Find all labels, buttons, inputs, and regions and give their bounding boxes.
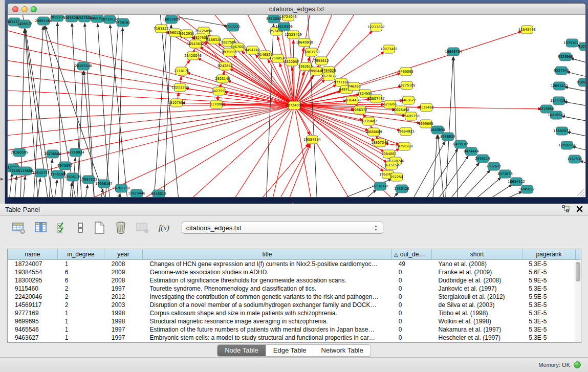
citation-edge[interactable] xyxy=(154,15,169,198)
column-header-in_degree[interactable]: in_degree xyxy=(58,249,104,259)
graph-node-6822057[interactable]: 6822057 xyxy=(284,58,299,66)
citation-edge[interactable] xyxy=(110,25,128,198)
scrollbar-thumb[interactable] xyxy=(576,262,580,281)
graph-node-9463627[interactable]: 9463627 xyxy=(401,96,416,104)
graph-node-13505135[interactable]: 13505135 xyxy=(64,173,81,181)
citation-edge-red[interactable] xyxy=(198,58,294,105)
graph-node-12217897[interactable]: 12217897 xyxy=(367,23,385,31)
column-header-short[interactable]: short xyxy=(432,249,522,259)
graph-node-17957223[interactable]: 17957223 xyxy=(80,176,97,184)
column-header-title[interactable]: title xyxy=(143,249,392,259)
table-row[interactable]: 1938455462009Genome-wide association stu… xyxy=(8,268,575,276)
window-zoom-button[interactable] xyxy=(31,6,37,12)
graph-node-1615152[interactable]: 1615152 xyxy=(384,161,399,169)
tab-network-table[interactable]: Network Table xyxy=(314,345,371,356)
window-minimize-button[interactable] xyxy=(21,6,28,12)
column-header-name[interactable]: name xyxy=(8,249,58,259)
graph-node-1621072[interactable]: 1621072 xyxy=(321,72,336,80)
graph-node-8938924[interactable]: 8938924 xyxy=(440,133,455,141)
graph-node-19958167[interactable]: 19958167 xyxy=(95,180,113,188)
citation-edge[interactable] xyxy=(457,170,490,198)
graph-node-9106082[interactable]: 9106082 xyxy=(577,78,585,86)
graph-node-746266[interactable]: 746266 xyxy=(347,82,360,91)
graph-node-9474444[interactable]: 9474444 xyxy=(464,147,478,156)
citation-edge[interactable] xyxy=(409,141,445,198)
graph-node-9245052[interactable]: 9245052 xyxy=(519,185,534,193)
graph-node-19384554[interactable]: 19384554 xyxy=(303,136,321,144)
show-column-button[interactable] xyxy=(34,221,48,235)
citation-edge-red[interactable] xyxy=(8,105,294,121)
close-panel-button[interactable] xyxy=(576,206,583,212)
citation-edge[interactable] xyxy=(491,191,522,198)
citation-edge[interactable] xyxy=(358,190,376,198)
row-height-button[interactable] xyxy=(76,221,85,235)
column-header-pagerank[interactable]: pagerank xyxy=(522,249,576,259)
graph-node-15724046[interactable]: 15724046 xyxy=(279,15,297,21)
network-window[interactable]: citations_edges.txt 18724007157240461252… xyxy=(7,3,586,198)
graph-node-9699695[interactable]: 9699695 xyxy=(418,120,433,128)
citation-edge-red[interactable] xyxy=(8,105,294,136)
graph-node-18775105[interactable]: 18775105 xyxy=(398,81,416,90)
citation-edge[interactable] xyxy=(445,163,480,198)
graph-node-252254[interactable]: 252254 xyxy=(390,173,403,181)
graph-node-2803144[interactable]: 2803144 xyxy=(215,75,230,83)
graph-node-10973493[interactable]: 10973493 xyxy=(380,45,398,53)
tab-node-table[interactable]: Node Table xyxy=(217,345,266,356)
graph-node-19654923[interactable]: 19654923 xyxy=(397,127,415,136)
graph-node-12093832[interactable]: 12093832 xyxy=(551,82,568,90)
graph-node-7163822[interactable]: 7163822 xyxy=(154,25,168,33)
citation-edge-red[interactable] xyxy=(230,105,294,198)
citation-edge[interactable] xyxy=(118,28,123,198)
graph-node-2935114[interactable]: 2935114 xyxy=(475,155,490,163)
graph-node-9329966[interactable]: 9329966 xyxy=(558,53,573,61)
citation-edge-red[interactable] xyxy=(256,144,309,198)
graph-node-8186328[interactable]: 8186328 xyxy=(206,36,221,44)
citation-edge-red[interactable] xyxy=(276,144,310,198)
graph-node-16033809[interactable]: 16033809 xyxy=(163,15,180,24)
graph-node-1167533[interactable]: 1167533 xyxy=(567,155,582,163)
citation-edge[interactable] xyxy=(72,23,82,198)
citation-edge[interactable] xyxy=(85,23,95,198)
graph-node-12213389[interactable]: 12213389 xyxy=(171,83,189,92)
graph-node-7632621[interactable]: 7632621 xyxy=(486,162,501,170)
graph-node-1115686[interactable]: 1115686 xyxy=(18,167,33,175)
network-window-titlebar[interactable]: citations_edges.txt xyxy=(8,4,585,15)
memory-status-indicator[interactable] xyxy=(574,361,581,368)
graph-node-10654112[interactable]: 10654112 xyxy=(508,178,525,186)
column-header-out_degree[interactable]: △out_de… xyxy=(392,249,432,259)
graph-node-1145194[interactable]: 1145194 xyxy=(50,170,65,179)
window-close-button[interactable] xyxy=(12,6,18,12)
graph-node-6479197[interactable]: 6479197 xyxy=(453,140,468,148)
table-row[interactable]: 946362711997Embryonic stem cells: a mode… xyxy=(8,334,575,342)
table-vertical-scrollbar[interactable] xyxy=(575,260,581,342)
graph-node-18107554[interactable]: 18107554 xyxy=(168,99,185,107)
citation-edge-red[interactable] xyxy=(294,105,353,198)
citation-edge[interactable] xyxy=(98,24,110,198)
window-resize-grip[interactable] xyxy=(577,189,584,196)
select-columns-button[interactable] xyxy=(55,221,69,235)
table-mode-button[interactable] xyxy=(11,221,27,235)
graph-node-7955812[interactable]: 7955812 xyxy=(314,57,329,65)
graph-node-20153346[interactable]: 20153346 xyxy=(75,62,92,70)
citation-edge[interactable] xyxy=(567,72,585,78)
control-panel-collapsed-strip[interactable]: ▶ xyxy=(0,0,5,204)
graph-node-12325419[interactable]: 12325419 xyxy=(285,31,302,39)
new-column-button[interactable] xyxy=(92,220,106,235)
citation-edge[interactable] xyxy=(69,182,72,198)
table-row[interactable]: 1456911722003Disruption of a novel membe… xyxy=(8,301,575,309)
graph-node-11548498[interactable]: 11548498 xyxy=(518,26,536,34)
table-row[interactable]: 977716911998Corpus callosum shape and si… xyxy=(8,309,575,317)
table-row[interactable]: 969969511998Structural magnetic resonanc… xyxy=(8,317,575,325)
graph-node-7857223[interactable]: 7857223 xyxy=(225,23,240,31)
graph-node-9406161[interactable]: 9406161 xyxy=(115,18,130,27)
citation-edge-red[interactable] xyxy=(294,48,303,105)
delete-column-button[interactable] xyxy=(114,220,128,235)
table-row[interactable]: 911546021997Tourette syndrome. Phenomeno… xyxy=(8,285,575,293)
graph-node-9975887[interactable]: 9975887 xyxy=(57,162,72,170)
citation-edge[interactable] xyxy=(445,57,453,198)
table-row[interactable]: 2242004622012Investigating the contribut… xyxy=(8,293,575,301)
graph-node-8471676[interactable]: 8471676 xyxy=(497,170,512,178)
graph-node-9242848[interactable]: 9242848 xyxy=(217,62,232,70)
graph-node-16961758[interactable]: 16961758 xyxy=(302,48,320,56)
tab-edge-table[interactable]: Edge Table xyxy=(266,345,314,356)
